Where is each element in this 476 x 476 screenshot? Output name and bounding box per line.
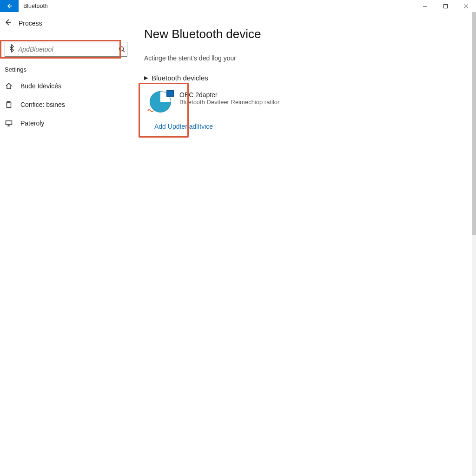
device-icon xyxy=(149,91,172,112)
search-input[interactable] xyxy=(18,46,116,53)
arrow-left-icon xyxy=(4,18,12,28)
section-title: Bluetooth devicles xyxy=(152,74,208,82)
minimize-icon xyxy=(423,4,428,9)
search-field-wrap xyxy=(5,42,116,57)
clipboard-icon xyxy=(5,101,13,108)
device-description: Bluetooth Deviteer Reimechiop ratilor xyxy=(179,99,279,106)
titlebar: Bluetooth xyxy=(0,0,476,12)
sidebar-item-label: Bude Idevicés xyxy=(20,82,61,90)
page-title: New Bluetooth device xyxy=(144,27,476,41)
main-content: New Bluetooth device Actinge the stent's… xyxy=(130,12,476,476)
scrollbar-track[interactable] xyxy=(472,12,476,476)
search-icon xyxy=(119,46,125,53)
disclosure-triangle-icon: ▶ xyxy=(144,75,148,81)
svg-point-1 xyxy=(119,47,123,51)
window-title: Bluetooth xyxy=(19,0,48,12)
scrollbar-thumb[interactable] xyxy=(472,12,476,235)
close-button[interactable] xyxy=(456,0,476,12)
home-icon xyxy=(5,82,13,90)
link-badge-icon xyxy=(147,108,154,113)
sidebar-item-0[interactable]: Bude Idevicés xyxy=(0,77,130,95)
sidebar-item-label: Pateroly xyxy=(20,119,44,127)
sidebar-item-2[interactable]: Pateroly xyxy=(0,114,130,132)
bluetooth-icon xyxy=(5,44,18,54)
arrow-left-icon xyxy=(6,2,13,10)
sidebar: Process Settings Bude Idevicés xyxy=(0,12,130,476)
titlebar-back-button[interactable] xyxy=(0,0,19,12)
search-container xyxy=(0,40,130,59)
monitor-icon xyxy=(5,119,13,127)
sidebar-item-1[interactable]: Confice: bsines xyxy=(0,95,130,114)
device-block: OBC 2dapter Bluetooth Deviteer Reimechio… xyxy=(144,88,476,135)
device-name: OBC 2dapter xyxy=(179,91,279,99)
page-subtitle: Actinge the stent's ded llog your xyxy=(144,54,476,62)
section-header[interactable]: ▶ Bluetooth devicles xyxy=(144,74,476,82)
settings-heading: Settings xyxy=(0,59,130,77)
svg-rect-4 xyxy=(6,121,12,125)
sidebar-item-label: Confice: bsines xyxy=(20,101,65,108)
maximize-button[interactable] xyxy=(435,0,456,12)
search-button[interactable] xyxy=(116,42,127,57)
device-row[interactable]: OBC 2dapter Bluetooth Deviteer Reimechio… xyxy=(149,91,476,112)
maximize-icon xyxy=(443,4,448,9)
svg-rect-0 xyxy=(443,4,447,8)
process-back-row[interactable]: Process xyxy=(0,12,130,34)
minimize-button[interactable] xyxy=(415,0,435,12)
close-icon xyxy=(463,4,469,9)
add-device-link[interactable]: Add Updter adlítvice xyxy=(149,123,476,130)
process-label: Process xyxy=(19,20,42,27)
